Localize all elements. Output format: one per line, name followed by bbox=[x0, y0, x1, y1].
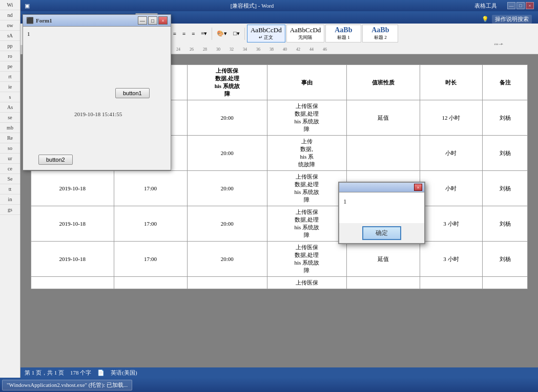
dialog-box: × 1 确定 bbox=[338, 182, 425, 244]
dialog-ok-button[interactable]: 确定 bbox=[362, 226, 401, 240]
dialog-overlay: × 1 确定 bbox=[0, 0, 538, 392]
taskbar-app-item[interactable]: "WindowsApplication2.vshost.exe" (托管): 已… bbox=[2, 380, 132, 390]
dialog-titlebar: × bbox=[339, 183, 424, 192]
dialog-close-btn[interactable]: × bbox=[414, 184, 422, 191]
taskbar: "WindowsApplication2.vshost.exe" (托管): 已… bbox=[0, 378, 538, 392]
dialog-footer: 确定 bbox=[339, 223, 424, 243]
dialog-value: 1 bbox=[343, 198, 347, 205]
dialog-content: 1 bbox=[339, 192, 424, 223]
